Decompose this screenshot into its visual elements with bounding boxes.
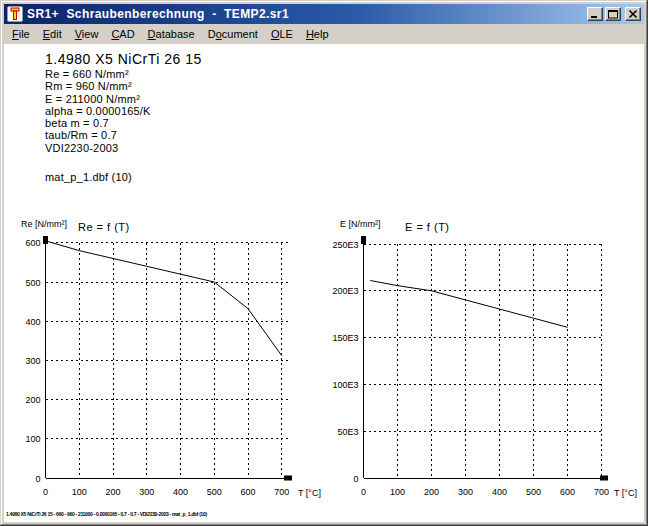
- e_chart-xtick-label: 700: [594, 487, 609, 497]
- minimize-button[interactable]: [587, 7, 603, 21]
- re_chart-xtick-label: 500: [207, 487, 222, 497]
- e_chart-xlabel: T [°C]: [614, 488, 637, 498]
- re_chart-xtick-label: 200: [105, 487, 120, 497]
- client-area: 1.4980 X5 NiCrTi 26 15 Re = 660 N/mm² Rm…: [4, 44, 644, 522]
- menu-item-help[interactable]: Help: [301, 26, 334, 42]
- re_chart-ytick-label: 300: [25, 356, 40, 366]
- re_chart-xtick-label: 600: [240, 487, 255, 497]
- e_chart-ytick-label: 100E3: [332, 380, 358, 390]
- re_chart-ytick-label: 200: [25, 395, 40, 405]
- re_chart-title: Re = f (T): [78, 221, 130, 233]
- re_chart-ytick-label: 100: [25, 434, 40, 444]
- close-button[interactable]: [625, 7, 641, 21]
- window-controls: [585, 7, 641, 21]
- re_chart-xlabel: T [°C]: [298, 488, 321, 498]
- re_chart-x-axis-end-marker: [284, 476, 292, 481]
- e_chart-ytick-label: 200E3: [332, 286, 358, 296]
- e_chart-curve: [370, 281, 567, 328]
- e_chart-ytick-label: 250E3: [332, 240, 358, 250]
- menu-item-view[interactable]: View: [70, 26, 104, 42]
- re_chart-curve: [46, 241, 282, 356]
- re_chart-xtick-label: 0: [43, 487, 48, 497]
- window-title: SR1+ Schraubenberechnung - TEMP2.sr1: [27, 7, 289, 21]
- menu-item-edit[interactable]: Edit: [38, 26, 67, 42]
- e_chart-xtick-label: 100: [390, 487, 405, 497]
- menubar: FileEditViewCADDatabaseDocumentOLEHelp: [4, 24, 644, 44]
- e_chart-xtick-label: 200: [424, 487, 439, 497]
- titlebar[interactable]: SR1+ Schraubenberechnung - TEMP2.sr1: [4, 4, 644, 24]
- re_chart-ytick-label: 0: [35, 474, 40, 484]
- minimize-icon: [589, 9, 601, 19]
- menu-item-document[interactable]: Document: [203, 26, 263, 42]
- menu-item-cad[interactable]: CAD: [106, 26, 139, 42]
- screw-icon[interactable]: [7, 6, 23, 22]
- re_chart-xtick-label: 300: [139, 487, 154, 497]
- re_chart-ytick-label: 600: [25, 238, 40, 248]
- menu-item-ole[interactable]: OLE: [266, 26, 298, 42]
- maximize-button[interactable]: [605, 7, 621, 21]
- e_chart-xtick-label: 0: [361, 487, 366, 497]
- footer-status-text: 1.4980 X5 NiCrTi 26 15 - 660 - 960 - 211…: [6, 511, 207, 517]
- e_chart-x-axis-end-marker: [600, 476, 608, 481]
- e_chart-xtick-label: 500: [526, 487, 541, 497]
- re_chart-ytick-label: 500: [25, 278, 40, 288]
- re_chart-xtick-label: 400: [173, 487, 188, 497]
- e_chart-title: E = f (T): [405, 221, 450, 233]
- re_chart-y-axis-end-marker: [43, 236, 48, 244]
- maximize-icon: [607, 9, 619, 19]
- e_chart-ylabel: E [N/mm²]: [340, 219, 381, 229]
- menu-item-file[interactable]: File: [7, 26, 35, 42]
- re_chart-ytick-label: 400: [25, 317, 40, 327]
- e_chart-ytick-label: 50E3: [337, 427, 358, 437]
- e_chart-xtick-label: 400: [492, 487, 507, 497]
- e_chart-xtick-label: 600: [560, 487, 575, 497]
- close-icon: [627, 9, 639, 19]
- e_chart-ytick-label: 0: [353, 474, 358, 484]
- e_chart-ytick-label: 150E3: [332, 333, 358, 343]
- re_chart-ylabel: Re [N/mm²]: [21, 219, 67, 229]
- charts-canvas: 0100200300400500600700010020030040050060…: [4, 44, 644, 522]
- e_chart-xtick-label: 300: [458, 487, 473, 497]
- re_chart-xtick-label: 100: [72, 487, 87, 497]
- app-window: SR1+ Schraubenberechnung - TEMP2.sr1 Fil…: [0, 0, 648, 526]
- menu-item-database[interactable]: Database: [143, 26, 200, 42]
- re_chart-xtick-label: 700: [274, 487, 289, 497]
- e_chart-y-axis-end-marker: [361, 236, 366, 244]
